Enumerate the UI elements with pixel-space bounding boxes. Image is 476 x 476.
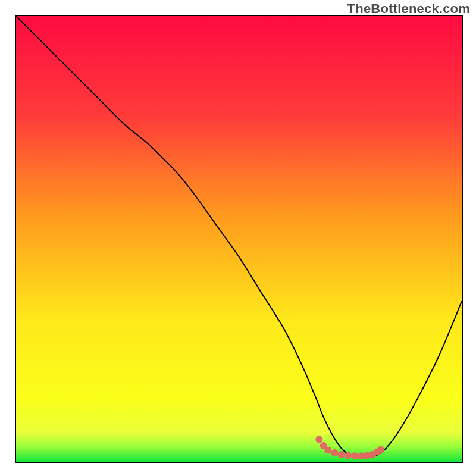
plot-area: [15, 15, 463, 463]
optimal-zone-dots: [315, 436, 384, 460]
optimal-dot: [377, 446, 384, 453]
optimal-dot: [324, 447, 331, 454]
chart-stage: TheBottleneck.com: [0, 0, 476, 476]
optimal-dot: [331, 449, 339, 456]
optimal-dot: [345, 452, 352, 459]
optimal-dot: [315, 436, 322, 443]
curve-layer: [16, 16, 462, 462]
optimal-dot: [351, 452, 358, 459]
optimal-dot: [338, 451, 345, 458]
bottleneck-curve: [16, 16, 462, 458]
